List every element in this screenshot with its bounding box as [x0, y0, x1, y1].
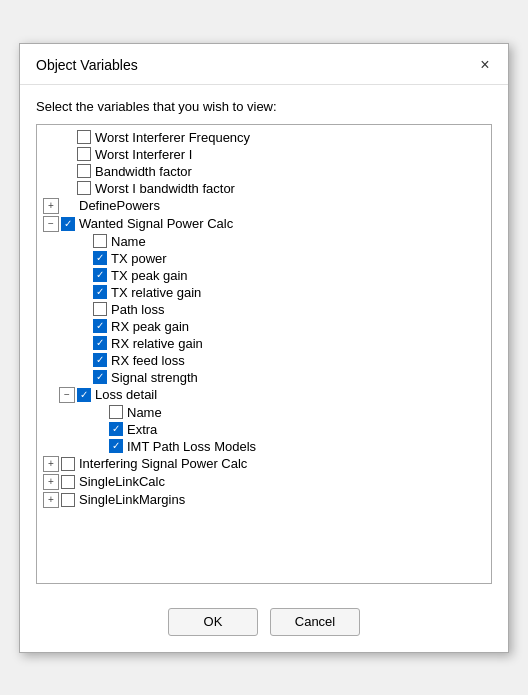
item-label-path-loss: Path loss: [111, 302, 164, 317]
expander-icon[interactable]: +: [43, 474, 59, 490]
cancel-button[interactable]: Cancel: [270, 608, 360, 636]
checkbox-loss-name[interactable]: [109, 405, 123, 419]
expander-icon[interactable]: −: [59, 387, 75, 403]
item-label-worst-interferer-freq: Worst Interferer Frequency: [95, 130, 250, 145]
checkbox-signal-strength[interactable]: [93, 370, 107, 384]
tree-item-tx-power[interactable]: TX power: [39, 250, 489, 267]
checkbox-wanted-signal[interactable]: [61, 217, 75, 231]
checkbox-tx-relative-gain[interactable]: [93, 285, 107, 299]
tree-item-wanted-name[interactable]: Name: [39, 233, 489, 250]
expander-icon[interactable]: −: [43, 216, 59, 232]
title-bar: Object Variables ×: [20, 44, 508, 85]
checkbox-loss-imt[interactable]: [109, 439, 123, 453]
checkbox-single-link-calc[interactable]: [61, 475, 75, 489]
item-label-worst-i-bw-factor: Worst I bandwidth factor: [95, 181, 235, 196]
expander-icon[interactable]: +: [43, 456, 59, 472]
close-button[interactable]: ×: [474, 54, 496, 76]
checkbox-interfering-signal[interactable]: [61, 457, 75, 471]
item-label-bandwidth-factor: Bandwidth factor: [95, 164, 192, 179]
item-label-single-link-margins: SingleLinkMargins: [79, 492, 185, 507]
checkbox-tx-power[interactable]: [93, 251, 107, 265]
item-label-worst-interferer-i: Worst Interferer I: [95, 147, 192, 162]
item-label-loss-detail: Loss detail: [95, 387, 157, 402]
item-label-tx-peak-gain: TX peak gain: [111, 268, 188, 283]
item-label-single-link-calc: SingleLinkCalc: [79, 474, 165, 489]
tree-item-single-link-margins[interactable]: +SingleLinkMargins: [39, 491, 489, 509]
dialog-body: Select the variables that you wish to vi…: [20, 85, 508, 594]
checkbox-rx-feed-loss[interactable]: [93, 353, 107, 367]
tree-item-rx-feed-loss[interactable]: RX feed loss: [39, 352, 489, 369]
tree-item-worst-i-bw-factor[interactable]: Worst I bandwidth factor: [39, 180, 489, 197]
item-label-tx-power: TX power: [111, 251, 167, 266]
tree-item-tx-peak-gain[interactable]: TX peak gain: [39, 267, 489, 284]
item-label-rx-feed-loss: RX feed loss: [111, 353, 185, 368]
tree-item-path-loss[interactable]: Path loss: [39, 301, 489, 318]
checkbox-worst-interferer-i[interactable]: [77, 147, 91, 161]
expander-icon[interactable]: +: [43, 492, 59, 508]
checkbox-loss-extra[interactable]: [109, 422, 123, 436]
checkbox-wanted-name[interactable]: [93, 234, 107, 248]
checkbox-path-loss[interactable]: [93, 302, 107, 316]
item-label-loss-name: Name: [127, 405, 162, 420]
tree-item-loss-detail[interactable]: −Loss detail: [39, 386, 489, 404]
tree-item-single-link-calc[interactable]: +SingleLinkCalc: [39, 473, 489, 491]
item-label-define-powers: DefinePowers: [79, 198, 160, 213]
checkbox-single-link-margins[interactable]: [61, 493, 75, 507]
item-label-interfering-signal: Interfering Signal Power Calc: [79, 456, 247, 471]
tree-item-loss-imt[interactable]: IMT Path Loss Models: [39, 438, 489, 455]
tree-item-tx-relative-gain[interactable]: TX relative gain: [39, 284, 489, 301]
checkbox-loss-detail[interactable]: [77, 388, 91, 402]
checkbox-rx-peak-gain[interactable]: [93, 319, 107, 333]
tree-item-rx-peak-gain[interactable]: RX peak gain: [39, 318, 489, 335]
tree-item-worst-interferer-freq[interactable]: Worst Interferer Frequency: [39, 129, 489, 146]
tree-item-rx-relative-gain[interactable]: RX relative gain: [39, 335, 489, 352]
item-label-rx-relative-gain: RX relative gain: [111, 336, 203, 351]
tree-item-loss-extra[interactable]: Extra: [39, 421, 489, 438]
tree-item-define-powers[interactable]: +DefinePowers: [39, 197, 489, 215]
checkbox-bandwidth-factor[interactable]: [77, 164, 91, 178]
tree-item-signal-strength[interactable]: Signal strength: [39, 369, 489, 386]
checkbox-rx-relative-gain[interactable]: [93, 336, 107, 350]
item-label-rx-peak-gain: RX peak gain: [111, 319, 189, 334]
tree-item-interfering-signal[interactable]: +Interfering Signal Power Calc: [39, 455, 489, 473]
tree-item-worst-interferer-i[interactable]: Worst Interferer I: [39, 146, 489, 163]
checkbox-tx-peak-gain[interactable]: [93, 268, 107, 282]
expander-icon[interactable]: +: [43, 198, 59, 214]
item-label-wanted-signal: Wanted Signal Power Calc: [79, 216, 233, 231]
tree-item-wanted-signal[interactable]: −Wanted Signal Power Calc: [39, 215, 489, 233]
object-variables-dialog: Object Variables × Select the variables …: [19, 43, 509, 653]
item-label-loss-imt: IMT Path Loss Models: [127, 439, 256, 454]
dialog-footer: OK Cancel: [20, 594, 508, 652]
item-label-signal-strength: Signal strength: [111, 370, 198, 385]
checkbox-worst-interferer-freq[interactable]: [77, 130, 91, 144]
ok-button[interactable]: OK: [168, 608, 258, 636]
instruction-text: Select the variables that you wish to vi…: [36, 99, 492, 114]
item-label-tx-relative-gain: TX relative gain: [111, 285, 201, 300]
tree-container[interactable]: Worst Interferer FrequencyWorst Interfer…: [36, 124, 492, 584]
checkbox-worst-i-bw-factor[interactable]: [77, 181, 91, 195]
item-label-wanted-name: Name: [111, 234, 146, 249]
tree-item-bandwidth-factor[interactable]: Bandwidth factor: [39, 163, 489, 180]
tree-item-loss-name[interactable]: Name: [39, 404, 489, 421]
item-label-loss-extra: Extra: [127, 422, 157, 437]
dialog-title: Object Variables: [36, 57, 138, 73]
